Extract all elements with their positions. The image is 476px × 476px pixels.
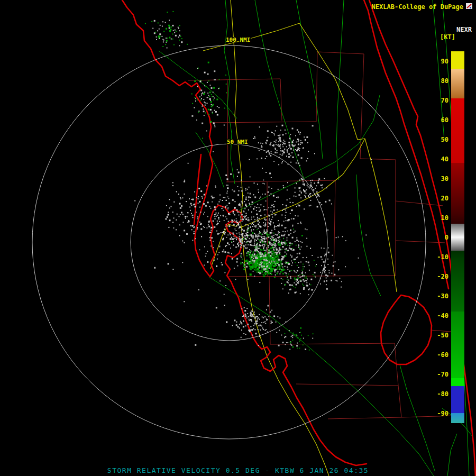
radar-display: 100 NMI 50 NMI NEXLAB-College of DuPage …: [0, 0, 476, 476]
velocity-echoes: [134, 11, 372, 351]
cod-logo-icon: [465, 3, 473, 10]
range-rings: [32, 45, 426, 439]
site-title: NEXLAB-College of DuPage: [372, 3, 463, 11]
range-ring-50nmi: [131, 144, 327, 341]
colorbar-units-label: [KT]: [440, 33, 455, 41]
range-ring-label-50: 50 NMI: [227, 139, 248, 145]
colorbar-product-label: NEXR: [456, 26, 472, 33]
velocity-color-scale: [451, 51, 464, 423]
highway-lines: [203, 0, 397, 476]
range-ring-label-100: 100 NMI: [226, 36, 250, 43]
radar-map: 100 NMI 50 NMI: [0, 0, 476, 476]
coastline-lines: [122, 0, 475, 476]
product-caption: STORM RELATIVE VELOCITY 0.5 DEG - KTBW 6…: [0, 466, 476, 474]
range-ring-100nmi: [32, 45, 426, 439]
